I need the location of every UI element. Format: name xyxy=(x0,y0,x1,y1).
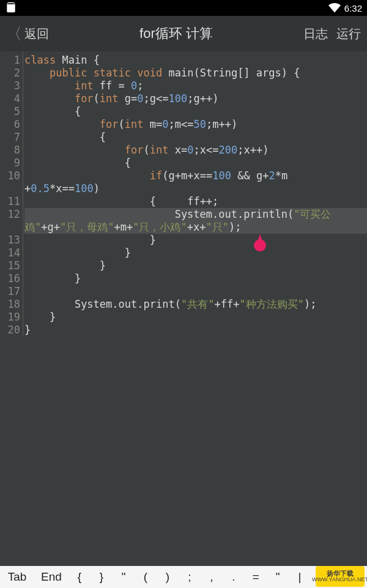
line-number xyxy=(0,221,23,234)
key-open-brace[interactable]: { xyxy=(69,570,91,584)
line-number: 13 xyxy=(0,234,23,247)
line-number: 18 xyxy=(0,298,23,311)
key-end[interactable]: End xyxy=(34,570,69,584)
page-title: for循环 计算 xyxy=(49,24,303,43)
key-dot[interactable]: . xyxy=(223,570,245,584)
code-line[interactable]: { xyxy=(24,131,367,144)
line-number: 3 xyxy=(0,80,23,92)
status-time: 6:32 xyxy=(344,3,362,13)
line-number xyxy=(0,182,23,195)
line-number: 2 xyxy=(0,67,23,80)
line-number: 8 xyxy=(0,144,23,157)
code-line[interactable]: for(int x=0;x<=200;x++) xyxy=(24,144,367,157)
line-number: 20 xyxy=(0,324,23,337)
code-line[interactable]: class Main { xyxy=(24,54,367,67)
line-number: 10 xyxy=(0,169,23,182)
code-line[interactable]: int ff = 0; xyxy=(24,80,367,92)
keyboard-shortcut-row: Tab End { } " ( ) ; , . = " | ° 扬华下载 WWW… xyxy=(0,566,367,588)
line-number: 4 xyxy=(0,92,23,105)
line-number: 12 xyxy=(0,208,23,221)
line-number: 14 xyxy=(0,247,23,259)
line-number: 5 xyxy=(0,105,23,118)
line-number: 15 xyxy=(0,259,23,272)
code-line[interactable]: } xyxy=(24,247,367,259)
code-line[interactable]: public static void main(String[] args) { xyxy=(24,67,367,80)
cursor-handle[interactable] xyxy=(254,239,266,251)
code-line[interactable]: { xyxy=(24,105,367,118)
chevron-left-icon: 〈 xyxy=(6,26,22,42)
back-button[interactable]: 〈 返回 xyxy=(6,26,49,42)
code-line[interactable]: } xyxy=(24,234,367,247)
run-button[interactable]: 运行 xyxy=(336,26,361,42)
code-area[interactable]: class Main { public static void main(Str… xyxy=(24,51,367,337)
key-pipe[interactable]: | xyxy=(289,570,311,584)
back-label: 返回 xyxy=(24,26,49,42)
line-number: 6 xyxy=(0,118,23,131)
code-line[interactable]: +0.5*x==100) xyxy=(24,182,367,195)
key-close-paren[interactable]: ) xyxy=(157,570,179,584)
watermark-url: WWW.YANGHUA.NET xyxy=(312,577,367,582)
watermark: 扬华下载 WWW.YANGHUA.NET xyxy=(316,566,365,587)
code-line[interactable]: } xyxy=(24,272,367,285)
code-line[interactable]: { xyxy=(24,157,367,169)
code-line[interactable]: for(int m=0;m<=50;m++) xyxy=(24,118,367,131)
code-line[interactable]: System.out.print("共有"+ff+"种方法购买"); xyxy=(24,298,367,311)
key-comma[interactable]: , xyxy=(201,570,223,584)
code-line[interactable]: System.out.println("可买公 xyxy=(24,208,367,221)
status-left xyxy=(5,1,17,15)
code-line[interactable]: if(g+m+x==100 && g+2*m xyxy=(24,169,367,182)
code-line[interactable]: } xyxy=(24,311,367,324)
code-line[interactable] xyxy=(24,285,367,298)
key-semicolon[interactable]: ; xyxy=(179,570,201,584)
line-number: 7 xyxy=(0,131,23,144)
line-number: 11 xyxy=(0,195,23,208)
line-number: 16 xyxy=(0,272,23,285)
line-number: 17 xyxy=(0,285,23,298)
code-line[interactable]: for(int g=0;g<=100;g++) xyxy=(24,92,367,105)
key-tab[interactable]: Tab xyxy=(0,570,34,584)
key-quote1[interactable]: " xyxy=(113,570,135,584)
code-line[interactable]: } xyxy=(24,324,367,337)
shopping-bag-icon xyxy=(5,1,17,13)
line-number: 1 xyxy=(0,54,23,67)
status-right: 6:32 xyxy=(328,3,362,13)
key-open-paren[interactable]: ( xyxy=(135,570,157,584)
line-number: 9 xyxy=(0,157,23,169)
line-gutter: 1234567891011121314151617181920 xyxy=(0,51,23,337)
line-number: 19 xyxy=(0,311,23,324)
code-editor[interactable]: 1234567891011121314151617181920 class Ma… xyxy=(0,51,367,568)
log-button[interactable]: 日志 xyxy=(303,26,328,42)
key-equals[interactable]: = xyxy=(245,570,267,584)
code-line[interactable]: 鸡"+g+"只，母鸡"+m+"只，小鸡"+x+"只"); xyxy=(24,221,367,234)
code-line[interactable]: { ff++; xyxy=(24,195,367,208)
status-bar: 6:32 xyxy=(0,0,367,16)
key-quote2[interactable]: " xyxy=(267,570,289,584)
key-close-brace[interactable]: } xyxy=(91,570,113,584)
code-line[interactable]: } xyxy=(24,259,367,272)
app-bar: 〈 返回 for循环 计算 日志 运行 xyxy=(0,16,367,51)
wifi-icon xyxy=(328,3,341,13)
